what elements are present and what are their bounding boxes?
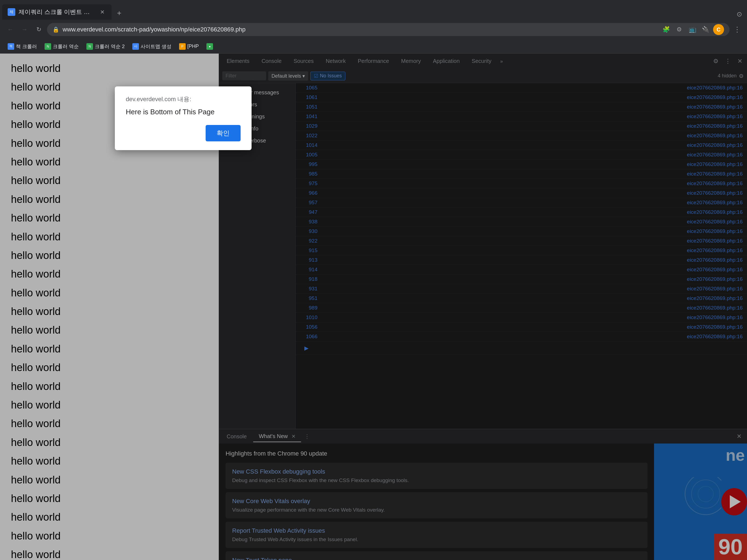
settings-icon[interactable]: ⚙ [674,24,685,35]
bookmark-label: 크롤러 역순 [53,43,79,50]
forward-button[interactable]: → [19,24,31,35]
bookmark-favicon: N [86,43,93,50]
bookmark-favicon: 사 [132,43,139,50]
alert-message: Here is Bottom of This Page [126,108,241,116]
address-text: www.everdevel.com/scratch-pad/yowashion/… [62,26,657,33]
address-input[interactable]: 🔒 www.everdevel.com/scratch-pad/yowashio… [47,23,729,36]
puzzle-icon[interactable]: 🔌 [700,24,711,35]
reload-button[interactable]: ↻ [33,24,45,35]
browser-frame: 제 제이쿼리 스크롤 이벤트 문서 최하단 ✕ + ⊙ ← → ↻ 🔒 www.… [0,0,747,560]
menu-button[interactable]: ⋮ [732,24,743,35]
alert-dialog: dev.everdevel.com 내용: Here is Bottom of … [115,86,252,150]
bookmark-item[interactable]: N 크롤러 역순 2 [83,42,128,51]
bookmark-item[interactable]: N 크롤러 역순 [41,42,82,51]
new-tab-button[interactable]: + [113,6,126,20]
alert-origin: dev.everdevel.com 내용: [126,95,241,103]
bookmark-item[interactable]: 사 사이트맵 생성 [129,42,175,51]
tab-close-button[interactable]: ✕ [98,8,106,16]
bookmark-favicon: ● [206,43,213,50]
bookmark-item[interactable]: P [PHP [176,42,202,51]
tab-favicon: 제 [8,8,15,16]
address-icons: 🧩 ⚙ 📺 🔌 C [661,24,724,35]
cast-icon[interactable]: ⊙ [734,9,745,20]
bookmark-label: [PHP [187,44,199,49]
bookmark-item[interactable]: 책 책 크롤러 [4,42,40,51]
lock-icon: 🔒 [52,26,59,33]
profile-avatar[interactable]: C [713,24,724,35]
alert-buttons: 확인 [126,125,241,142]
tab-title: 제이쿼리 스크롤 이벤트 문서 최하단 [19,8,95,16]
address-bar: ← → ↻ 🔒 www.everdevel.com/scratch-pad/yo… [0,20,747,40]
bookmark-label: 책 크롤러 [16,43,37,50]
cast-page-icon[interactable]: 📺 [687,24,698,35]
bookmark-favicon: N [45,43,51,50]
tab-bar: 제 제이쿼리 스크롤 이벤트 문서 최하단 ✕ + ⊙ [0,0,747,20]
bookmark-label: 사이트맵 생성 [140,43,172,50]
bookmark-item[interactable]: ● [203,42,218,51]
extensions-icon[interactable]: 🧩 [661,24,672,35]
alert-overlay [0,54,747,560]
bookmark-favicon: P [179,43,186,50]
bookmark-label: 크롤러 역순 2 [95,43,125,50]
alert-ok-button[interactable]: 확인 [206,125,241,142]
bookmark-favicon: 책 [8,43,14,50]
active-tab[interactable]: 제 제이쿼리 스크롤 이벤트 문서 최하단 ✕ [2,4,111,20]
back-button[interactable]: ← [4,24,17,35]
main-content: hello world hello world hello world hell… [0,54,747,560]
bookmarks-bar: 책 책 크롤러 N 크롤러 역순 N 크롤러 역순 2 사 사이트맵 생성 P … [0,40,747,54]
